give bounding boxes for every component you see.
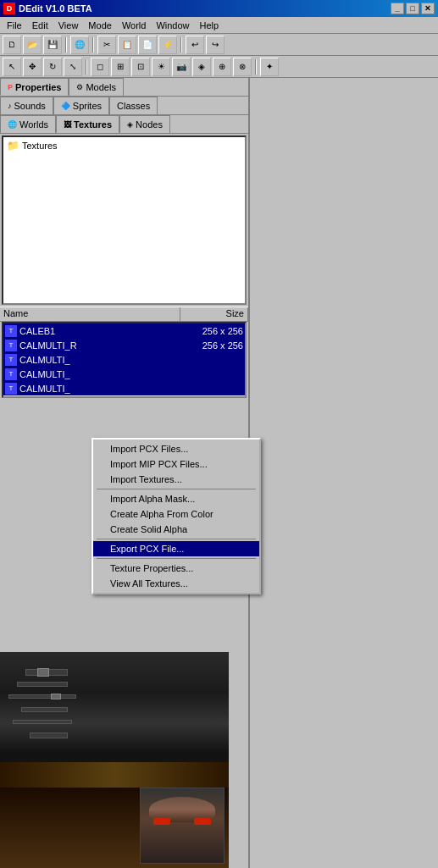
tab-row-2: ♪ Sounds 🔷 Sprites Classes	[0, 97, 248, 115]
eye-glow	[153, 818, 170, 825]
tree-item-textures[interactable]: 📁 Textures	[5, 139, 243, 152]
tb-paste[interactable]: 📄	[138, 36, 157, 54]
tb-open[interactable]: 📂	[23, 36, 42, 54]
menu-view[interactable]: View	[53, 19, 84, 32]
tb-action1[interactable]: ⚡	[158, 36, 177, 54]
tb2-sep-2	[255, 59, 257, 75]
texture-list[interactable]: T CALEB1 256 x 256 T CALMULTI_R 256 x 25…	[2, 322, 247, 398]
tb2-sep-1	[86, 59, 87, 75]
ctx-separator-1	[97, 489, 256, 489]
tb-new[interactable]: 🗋	[3, 36, 21, 54]
eye-glow-2	[194, 818, 211, 825]
tb2-grid[interactable]: ⊞	[111, 58, 130, 76]
properties-icon: P	[8, 83, 13, 91]
tb-save[interactable]: 💾	[43, 36, 62, 54]
list-header: Name Size	[0, 307, 248, 322]
ctx-view-all-textures[interactable]: View All Textures...	[93, 576, 259, 591]
buckle-detail	[37, 668, 49, 677]
list-item[interactable]: T CALMULTI_	[3, 381, 245, 395]
title-bar: D DEdit V1.0 BETA _ □ ✕	[0, 0, 438, 17]
tb2-move[interactable]: ✥	[23, 58, 42, 76]
tab-classes[interactable]: Classes	[109, 97, 158, 114]
menu-file[interactable]: File	[2, 19, 27, 32]
title-text: DEdit V1.0 BETA	[19, 3, 92, 14]
tb-sep-1	[65, 37, 67, 53]
strap-detail	[13, 720, 72, 724]
list-item[interactable]: T CALEB1 256 x 256	[3, 323, 245, 338]
menu-help[interactable]: Help	[195, 19, 225, 32]
tb2-cam[interactable]: 📷	[172, 58, 191, 76]
tab-sounds[interactable]: ♪ Sounds	[0, 97, 53, 114]
app-icon: D	[3, 3, 15, 14]
ctx-import-alpha-mask[interactable]: Import Alpha Mask...	[93, 491, 259, 506]
tb2-scale[interactable]: ⤡	[64, 58, 82, 76]
texture-thumb-icon: T	[5, 325, 17, 337]
sprites-icon: 🔷	[61, 102, 70, 110]
tb-globe[interactable]: 🌐	[70, 36, 89, 54]
strap-detail	[17, 682, 68, 687]
texture-thumb-icon: T	[5, 340, 17, 351]
strap-detail	[8, 694, 76, 699]
folder-icon: 📁	[7, 140, 19, 152]
models-icon: ⚙	[76, 83, 83, 91]
tab-sprites[interactable]: 🔷 Sprites	[53, 97, 109, 114]
tb2-light[interactable]: ☀	[152, 58, 170, 76]
menu-world[interactable]: World	[117, 19, 152, 32]
toolbar-2: ↖ ✥ ↻ ⤡ ◻ ⊞ ⊡ ☀ 📷 ◈ ⊕ ⊗ ✦	[0, 56, 438, 78]
tb-undo[interactable]: ↩	[186, 36, 204, 54]
ctx-import-textures[interactable]: Import Textures...	[93, 472, 259, 487]
context-menu: Import PCX Files... Import MIP PCX Files…	[91, 438, 261, 594]
close-button[interactable]: ✕	[421, 3, 435, 14]
tb2-rotate[interactable]: ↻	[43, 58, 62, 76]
tb2-obj[interactable]: ◈	[192, 58, 211, 76]
tb-cut[interactable]: ✂	[97, 36, 116, 54]
texture-thumb-icon: T	[5, 368, 17, 380]
worlds-icon: 🌐	[8, 120, 17, 129]
ctx-texture-properties[interactable]: Texture Properties...	[93, 561, 259, 576]
list-item[interactable]: T CALMULTI_	[3, 367, 245, 381]
right-panel	[250, 78, 438, 868]
tb2-action[interactable]: ✦	[260, 58, 279, 76]
strap-detail	[30, 733, 68, 738]
tb2-snap[interactable]: ⊡	[131, 58, 150, 76]
buckle-detail	[51, 694, 61, 699]
menu-window[interactable]: Window	[151, 19, 194, 32]
menu-edit[interactable]: Edit	[27, 19, 53, 32]
list-item[interactable]: T CALMULTI_	[3, 352, 245, 367]
ctx-import-mip-pcx[interactable]: Import MIP PCX Files...	[93, 456, 259, 472]
tab-models[interactable]: ⚙ Models	[69, 78, 123, 96]
col-name[interactable]: Name	[0, 307, 180, 321]
texture-thumb-icon: T	[5, 383, 17, 395]
tb-copy[interactable]: 📋	[118, 36, 136, 54]
list-item[interactable]: T CALMULTI_R 256 x 256	[3, 338, 245, 352]
ctx-import-pcx[interactable]: Import PCX Files...	[93, 441, 259, 456]
tb-redo[interactable]: ↪	[206, 36, 225, 54]
face-preview	[140, 788, 225, 864]
ctx-export-pcx[interactable]: Export PCX File...	[93, 541, 259, 556]
tab-worlds[interactable]: 🌐 Worlds	[0, 115, 56, 133]
menu-mode[interactable]: Mode	[83, 19, 117, 32]
title-controls: _ □ ✕	[391, 3, 435, 14]
tab-properties[interactable]: P Properties	[0, 78, 69, 96]
tab-nodes[interactable]: ◈ Nodes	[119, 115, 170, 133]
tb2-brush[interactable]: ◻	[91, 58, 109, 76]
ctx-create-solid-alpha[interactable]: Create Solid Alpha	[93, 522, 259, 537]
tb2-nav[interactable]: ⊕	[213, 58, 231, 76]
col-size[interactable]: Size	[180, 307, 248, 321]
minimize-button[interactable]: _	[391, 3, 404, 14]
ctx-create-alpha-color[interactable]: Create Alpha From Color	[93, 506, 259, 522]
strap-detail	[21, 707, 68, 712]
texture-thumb-icon: T	[5, 354, 17, 366]
tb2-extra[interactable]: ⊗	[233, 58, 252, 76]
menu-bar: File Edit View Mode World Window Help	[0, 17, 438, 34]
tab-textures[interactable]: 🖼 Textures	[56, 115, 119, 133]
belt-area	[0, 762, 229, 788]
tb2-select[interactable]: ↖	[3, 58, 21, 76]
texture-preview	[0, 652, 229, 868]
preview-top	[0, 652, 229, 754]
toolbar-1: 🗋 📂 💾 🌐 ✂ 📋 📄 ⚡ ↩ ↪	[0, 34, 438, 56]
maximize-button[interactable]: □	[406, 3, 419, 14]
tab-row-1: P Properties ⚙ Models	[0, 78, 248, 97]
texture-tree[interactable]: 📁 Textures	[2, 135, 247, 305]
ctx-separator-2	[97, 539, 256, 539]
